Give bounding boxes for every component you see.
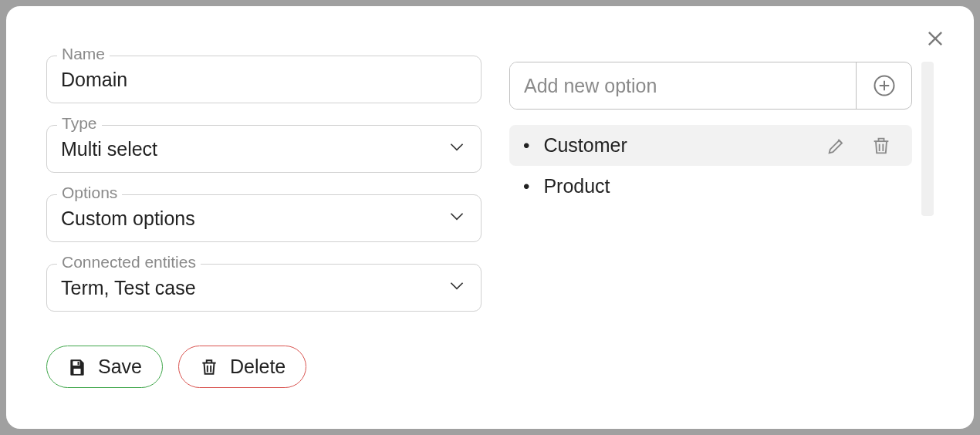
edit-field-dialog: Name Type Multi select Options Custom op…	[6, 6, 974, 429]
option-item[interactable]: • Product	[509, 166, 912, 207]
chevron-down-icon	[447, 275, 467, 300]
save-icon	[67, 357, 87, 377]
type-label: Type	[57, 114, 102, 133]
option-row-actions	[826, 135, 898, 157]
save-button[interactable]: Save	[46, 346, 163, 388]
name-field-group: Name	[46, 56, 482, 103]
trash-icon[interactable]	[870, 135, 892, 157]
pencil-icon[interactable]	[826, 135, 847, 157]
add-option-button[interactable]	[856, 62, 911, 109]
chevron-down-icon	[447, 206, 467, 231]
options-inner: • Customer • Product	[509, 62, 912, 398]
type-field-group: Type Multi select	[46, 125, 482, 173]
type-select[interactable]: Multi select	[46, 125, 482, 173]
name-input-wrap	[46, 56, 482, 103]
add-option-input[interactable]	[510, 62, 856, 109]
type-value: Multi select	[61, 138, 157, 160]
svg-rect-4	[78, 361, 79, 364]
chevron-down-icon	[447, 137, 467, 161]
svg-rect-3	[74, 369, 81, 374]
name-label: Name	[57, 45, 110, 63]
close-icon	[924, 28, 946, 49]
option-label: Product	[543, 175, 898, 197]
options-label: Options	[57, 184, 122, 202]
name-input[interactable]	[61, 69, 467, 91]
connected-label: Connected entities	[57, 253, 201, 271]
delete-button[interactable]: Delete	[178, 346, 306, 388]
options-field-group: Options Custom options	[46, 194, 482, 242]
plus-circle-icon	[873, 74, 896, 97]
connected-field-group: Connected entities Term, Test case	[46, 264, 482, 312]
save-button-label: Save	[98, 356, 142, 378]
options-value: Custom options	[61, 207, 195, 230]
form-column: Name Type Multi select Options Custom op…	[46, 28, 482, 398]
bullet-icon: •	[523, 137, 529, 155]
scrollbar[interactable]	[921, 62, 934, 216]
connected-value: Term, Test case	[61, 277, 196, 299]
action-row: Save Delete	[46, 346, 482, 388]
delete-button-label: Delete	[230, 356, 286, 378]
option-item[interactable]: • Customer	[509, 125, 912, 166]
option-label: Customer	[543, 134, 816, 157]
option-list: • Customer • Product	[509, 125, 912, 207]
bullet-icon: •	[523, 177, 529, 196]
add-option-row	[509, 62, 912, 110]
close-button[interactable]	[924, 28, 946, 52]
options-column: • Customer • Product	[509, 28, 934, 398]
trash-icon	[199, 357, 219, 377]
